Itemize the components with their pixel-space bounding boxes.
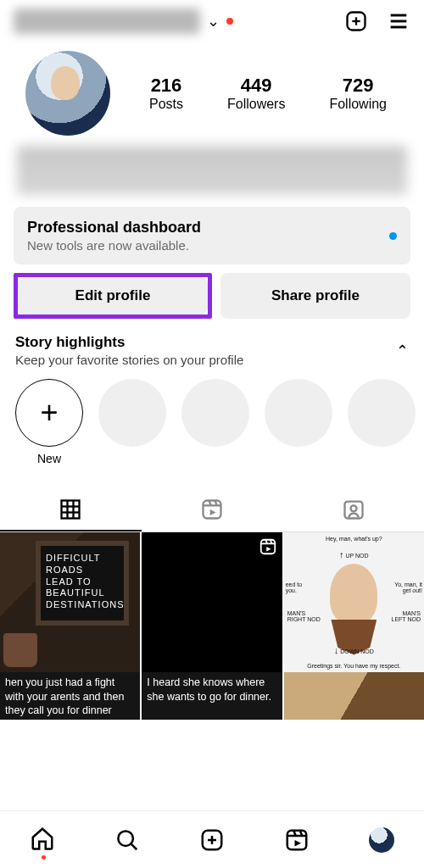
svg-rect-28 [287,830,307,849]
notification-dot [226,18,233,25]
dashboard-title: Professional dashboard [27,219,201,236]
post-thumbnail[interactable] [142,532,282,672]
header-actions [344,9,410,33]
dashboard-subtitle: New tools are now available. [27,238,201,253]
svg-rect-16 [344,502,362,519]
search-icon[interactable] [114,827,140,853]
highlight-placeholder[interactable] [181,379,249,447]
svg-marker-22 [266,547,271,552]
svg-rect-6 [62,501,80,519]
post-text: DIFFICULT ROADS LEAD TO BEAUTIFUL DESTIN… [36,541,129,626]
bio-blurred [17,146,407,195]
grid-icon [59,498,82,521]
post-text: hen you just had a fight with your arent… [5,676,135,717]
reels-nav-icon[interactable] [284,827,310,853]
post-text: I heard she knows where she wants to go … [147,676,276,704]
posts-count: 216 [149,75,183,97]
avatar[interactable] [25,51,110,136]
highlight-new-label: New [15,452,83,465]
tab-tagged[interactable] [282,489,424,531]
followers-count: 449 [227,75,285,97]
home-icon[interactable] [30,826,55,851]
highlights-subtitle: Keep your favorite stories on your profi… [15,353,243,367]
tagged-icon [342,498,365,521]
following-count: 729 [329,75,387,97]
post-thumbnail[interactable]: DIFFICULT ROADS LEAD TO BEAUTIFUL DESTIN… [0,532,140,672]
post-thumbnail[interactable]: I heard she knows where she wants to go … [142,672,282,720]
username-blurred [14,8,200,34]
svg-marker-32 [295,840,302,847]
share-profile-button[interactable]: Share profile [220,273,410,319]
post-thumbnail[interactable]: Hey, man, what's up? ↑ UP NOD eed to you… [284,532,424,672]
posts-grid: DIFFICULT ROADS LEAD TO BEAUTIFUL DESTIN… [0,532,424,672]
home-notification-dot [42,855,46,860]
bio-section [0,141,424,198]
create-icon[interactable] [199,827,225,853]
stat-followers[interactable]: 449 Followers [227,75,285,112]
tab-reels[interactable] [142,489,283,531]
reels-icon [200,498,224,521]
highlights-row: + New [15,379,409,465]
svg-rect-11 [204,501,221,519]
svg-marker-15 [210,509,216,515]
posts-label: Posts [149,97,183,112]
highlight-placeholder[interactable] [348,379,416,447]
profile-buttons-row: Edit profile Share profile [0,273,424,319]
add-post-icon[interactable] [344,9,368,33]
post-thumbnail[interactable]: hen you just had a fight with your arent… [0,672,140,720]
highlight-placeholder[interactable] [265,379,332,447]
chevron-up-icon[interactable]: ⌃ [396,342,409,360]
dashboard-indicator-dot [389,232,397,240]
stat-posts[interactable]: 216 Posts [149,75,183,112]
chevron-down-icon: ⌄ [207,12,220,31]
profile-nav-avatar[interactable] [369,827,394,853]
content-tabs [0,489,424,532]
reels-icon [259,537,277,556]
story-highlights-section: Story highlights Keep your favorite stor… [0,334,424,474]
svg-point-23 [118,831,133,846]
followers-label: Followers [227,97,285,112]
profile-info: 216 Posts 449 Followers 729 Following [0,39,424,141]
menu-icon[interactable] [387,9,410,33]
following-label: Following [329,97,387,112]
svg-rect-18 [260,540,275,554]
svg-line-24 [131,843,137,849]
profile-header: ⌄ [0,0,424,39]
professional-dashboard-card[interactable]: Professional dashboard New tools are now… [14,207,410,264]
post-thumbnail[interactable] [284,672,424,720]
username-switcher[interactable]: ⌄ [14,8,334,34]
tab-grid[interactable] [0,489,142,531]
svg-point-17 [350,505,356,511]
highlight-placeholder[interactable] [98,379,166,447]
stat-following[interactable]: 729 Following [329,75,387,112]
edit-profile-button[interactable]: Edit profile [18,277,208,314]
stats-row: 216 Posts 449 Followers 729 Following [127,75,409,112]
highlight-new[interactable]: + New [15,379,83,465]
posts-grid-row2: hen you just had a fight with your arent… [0,672,424,720]
bottom-nav [0,810,424,868]
highlights-title: Story highlights [15,334,243,351]
